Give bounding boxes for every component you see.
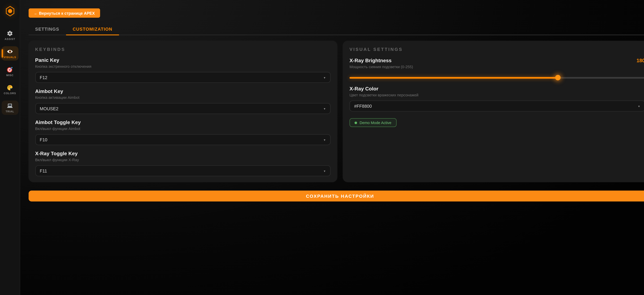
aimbot-key-select[interactable]: MOUSE2 ▼ [35, 103, 331, 114]
xray-toggle-key-field: X-Ray Toggle Key Вкл/выкл функции X-Ray … [35, 151, 331, 176]
tab-customization[interactable]: CUSTOMIZATION [66, 23, 119, 35]
demo-mode-badge: Demo Mode Active [350, 118, 396, 127]
panel-title: KEYBINDS [35, 47, 331, 52]
chevron-down-icon: ▼ [323, 169, 326, 172]
brightness-value: 180 [636, 58, 644, 64]
field-label: X-Ray Toggle Key [35, 151, 331, 156]
field-label: X-Ray Color [350, 86, 644, 92]
field-description: Мощность сияния подсветки (0-255) [350, 65, 644, 69]
sidebar: ASSIST VISUALS MISC COLORS [0, 0, 20, 295]
aimbot-key-field: Aimbot Key Кнопка активации Aimbot MOUSE… [35, 89, 331, 114]
panic-key-select[interactable]: F12 ▼ [35, 72, 331, 83]
sidebar-nav: ASSIST VISUALS MISC COLORS [2, 28, 18, 115]
tab-settings[interactable]: SETTINGS [28, 23, 66, 35]
field-description: Вкл/выкл функции Aimbot [35, 127, 331, 131]
slider-fill [350, 77, 558, 79]
xray-toggle-key-select[interactable]: F11 ▼ [35, 165, 331, 176]
main-content: ← Вернуться к странице APEX SETTINGS CUS… [20, 0, 644, 201]
panel-title: VISUAL SETTINGS [350, 47, 644, 52]
app-logo-icon [5, 6, 14, 17]
select-value: #FF8800 [354, 104, 372, 108]
laptop-icon [7, 102, 13, 109]
keybinds-panel: KEYBINDS Panic Key Кнопка экстренного от… [28, 41, 337, 182]
field-description: Кнопка активации Aimbot [35, 96, 331, 100]
field-description: Кнопка экстренного отключения [35, 64, 331, 69]
sidebar-item-misc[interactable]: MISC [2, 64, 18, 79]
status-dot-icon [354, 121, 357, 124]
field-label: X-Ray Brightness [350, 58, 392, 64]
aimbot-toggle-key-select[interactable]: F10 ▼ [35, 134, 331, 145]
save-settings-button[interactable]: СОХРАНИТЬ НАСТРОЙКИ [28, 190, 644, 201]
field-label: Aimbot Key [35, 89, 331, 94]
active-indicator-bar [2, 49, 3, 58]
chevron-down-icon: ▼ [638, 104, 640, 108]
sidebar-item-label: MISC [6, 74, 14, 77]
field-description: Вкл/выкл функции X-Ray [35, 158, 331, 162]
back-to-apex-button[interactable]: ← Вернуться к странице APEX [28, 8, 100, 18]
panels-row: KEYBINDS Panic Key Кнопка экстренного от… [28, 41, 644, 182]
panic-key-field: Panic Key Кнопка экстренного отключения … [35, 58, 331, 83]
sidebar-item-label: COLORS [4, 92, 16, 95]
select-value: F12 [40, 75, 48, 80]
select-value: MOUSE2 [40, 106, 58, 111]
field-description: Цвет подсветки вражеских персонажей [350, 93, 644, 97]
xray-color-field: X-Ray Color Цвет подсветки вражеских пер… [350, 86, 644, 112]
app-root: ASSIST VISUALS MISC COLORS [0, 0, 644, 295]
sidebar-item-label: ASSIST [5, 38, 15, 40]
slider-thumb[interactable] [555, 75, 561, 80]
sidebar-item-visuals[interactable]: VISUALS [2, 46, 18, 60]
sidebar-item-label: TRIAL [6, 110, 14, 113]
sidebar-item-label: VISUALS [4, 56, 16, 58]
xray-color-select[interactable]: #FF8800 ▼ [350, 100, 644, 112]
brightness-slider[interactable] [350, 75, 644, 80]
select-value: F11 [40, 168, 47, 173]
sidebar-item-colors[interactable]: COLORS [2, 82, 18, 97]
badge-label: Demo Mode Active [360, 120, 392, 125]
chevron-down-icon: ▼ [323, 76, 326, 79]
aimbot-toggle-key-field: Aimbot Toggle Key Вкл/выкл функции Aimbo… [35, 120, 331, 145]
sidebar-item-trial[interactable]: TRIAL [2, 100, 18, 115]
chevron-down-icon: ▼ [323, 107, 326, 110]
field-label: Panic Key [35, 58, 331, 63]
field-label: Aimbot Toggle Key [35, 120, 331, 125]
select-value: F10 [40, 137, 48, 142]
eye-icon [7, 48, 13, 54]
palette-icon [7, 84, 13, 91]
tab-bar: SETTINGS CUSTOMIZATION [28, 23, 644, 35]
target-icon [7, 66, 13, 73]
visual-settings-panel: VISUAL SETTINGS X-Ray Brightness 180 Мощ… [343, 41, 644, 182]
xray-brightness-field: X-Ray Brightness 180 Мощность сияния под… [350, 58, 644, 80]
chevron-down-icon: ▼ [323, 138, 326, 141]
sidebar-item-assist[interactable]: ASSIST [2, 28, 18, 42]
gear-icon [7, 30, 13, 36]
